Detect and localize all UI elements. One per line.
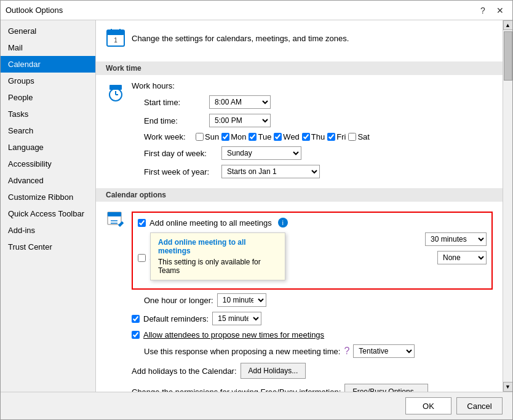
sat-label: Sat [357,132,370,141]
wed-checkbox[interactable] [274,133,282,141]
sidebar-item-quick-access[interactable]: Quick Access Toolbar [1,205,95,222]
day-sun: Sun [196,132,219,141]
one-hour-label: One hour or longer: [144,296,213,305]
close-button[interactable]: ✕ [493,3,507,18]
add-holidays-button[interactable]: Add Holidays... [241,363,306,379]
first-week-select[interactable]: Starts on Jan 1 [221,165,320,178]
allow-propose-row: Allow attendees to propose new times for… [132,330,493,339]
sidebar-item-add-ins[interactable]: Add-ins [1,222,95,239]
tooltip-popup: Add online meeting to all meetings This … [150,232,285,280]
work-hours-icon [106,84,125,105]
shorten-type-select[interactable]: None [437,251,487,264]
tentative-icon: ? [344,346,349,357]
sidebar-item-advanced[interactable]: Advanced [1,172,95,189]
day-mon: Mon [221,132,246,141]
sat-checkbox[interactable] [348,133,356,141]
work-hours-row: Work hours: [132,81,370,90]
default-reminders-row: Default reminders: 15 minutes [132,312,493,325]
dialog-title: Outlook Options [6,6,63,15]
end-time-row: End time: 5:00 PM [132,114,370,127]
thu-checkbox[interactable] [302,133,310,141]
add-holidays-label: Add holidays to the Calendar: [132,367,237,376]
thu-label: Thu [311,132,325,141]
start-time-label: Start time: [144,98,205,107]
title-bar-controls: ? ✕ [475,3,507,18]
add-holidays-row: Add holidays to the Calendar: Add Holida… [132,363,493,379]
default-reminders-checkbox[interactable] [132,315,140,323]
svg-rect-1 [107,30,124,35]
sun-checkbox[interactable] [196,133,204,141]
sidebar-item-accessibility[interactable]: Accessibility [1,156,95,172]
calendar-options-highlight-box: Add online meeting to all meetings i Add… [132,212,493,290]
one-hour-row: One hour or longer: 10 minutes [144,293,493,307]
content-scroll-area: 1 Change the settings for calendars, mee… [96,20,512,392]
free-busy-options-button[interactable]: Free/Busy Options... [344,384,427,392]
day-wed: Wed [274,132,300,141]
fri-checkbox[interactable] [327,133,335,141]
add-online-label: Add online meeting to all meetings [149,218,272,228]
tooltip-title: Add online meeting to all meetings [158,238,277,255]
first-day-row: First day of week: Sunday [132,146,370,160]
end-time-select[interactable]: 5:00 PM [209,114,271,127]
sidebar-item-trust-center[interactable]: Trust Center [1,239,95,255]
sun-label: Sun [205,132,219,141]
free-busy-label: Change the permissions for viewing Free/… [132,387,341,392]
ok-button[interactable]: OK [405,397,451,414]
work-week-label: Work week: [144,132,193,141]
sidebar-item-language[interactable]: Language [1,139,95,156]
scroll-up-button[interactable]: ▲ [503,20,513,30]
info-icon[interactable]: i [278,218,288,228]
end-time-label: End time: [144,116,205,125]
sidebar: General Mail Calendar Groups People Task… [1,20,96,392]
sidebar-item-search[interactable]: Search [1,122,95,139]
outlook-options-dialog: Outlook Options ? ✕ General Mail Calenda… [0,0,513,420]
content-area: 1 Change the settings for calendars, mee… [96,20,503,392]
sidebar-item-general[interactable]: General [1,23,95,39]
one-hour-select[interactable]: 10 minutes [217,293,266,307]
propose-response-row: Use this response when proposing a new m… [132,344,493,358]
first-week-row: First week of year: Starts on Jan 1 [132,165,370,178]
sidebar-item-customize-ribbon[interactable]: Customize Ribbon [1,189,95,205]
scroll-down-button[interactable]: ▼ [503,382,513,392]
scrollbar[interactable]: ▲ ▼ [503,20,512,392]
start-time-row: Start time: 8:00 AM [132,95,370,109]
work-week-row: Work week: Sun Mon Tue [132,132,370,141]
wed-label: Wed [283,132,300,141]
footer: OK Cancel [1,392,512,419]
default-duration-select[interactable]: 30 minutes [425,232,487,246]
fri-label: Fri [336,132,346,141]
sidebar-item-groups[interactable]: Groups [1,73,95,89]
day-tue: Tue [249,132,271,141]
sidebar-item-tasks[interactable]: Tasks [1,106,95,122]
start-time-select[interactable]: 8:00 AM [209,95,271,109]
sidebar-item-calendar[interactable]: Calendar [1,56,95,73]
title-bar-left: Outlook Options [6,6,63,15]
work-hours-label: Work hours: [132,81,193,90]
title-bar: Outlook Options ? ✕ [1,1,512,20]
first-day-select[interactable]: Sunday [221,146,301,160]
svg-rect-10 [108,212,121,216]
scroll-thumb[interactable] [504,31,512,81]
sidebar-item-people[interactable]: People [1,89,95,106]
allow-propose-label: Allow attendees to propose new times for… [143,330,324,339]
day-sat: Sat [348,132,370,141]
work-time-form: Work hours: Start time: 8:00 AM End time… [132,81,370,183]
day-fri: Fri [327,132,346,141]
tue-label: Tue [258,132,271,141]
calendar-icon: 1 [106,28,125,49]
free-busy-row: Change the permissions for viewing Free/… [132,384,493,392]
mon-checkbox[interactable] [221,133,229,141]
default-reminders-select[interactable]: 15 minutes [212,312,261,325]
header-description: Change the settings for calendars, meeti… [132,34,349,43]
allow-propose-checkbox[interactable] [132,331,140,339]
calendar-edit-icon [106,210,125,232]
svg-rect-8 [109,85,122,90]
tue-checkbox[interactable] [249,133,256,141]
add-online-checkbox[interactable] [138,219,146,227]
sidebar-item-mail[interactable]: Mail [1,39,95,56]
shorten-checkbox[interactable] [138,254,146,262]
help-button[interactable]: ? [475,3,490,18]
first-day-label: First day of week: [144,149,218,158]
propose-response-select[interactable]: Tentative [353,344,415,358]
cancel-button[interactable]: Cancel [456,397,503,414]
